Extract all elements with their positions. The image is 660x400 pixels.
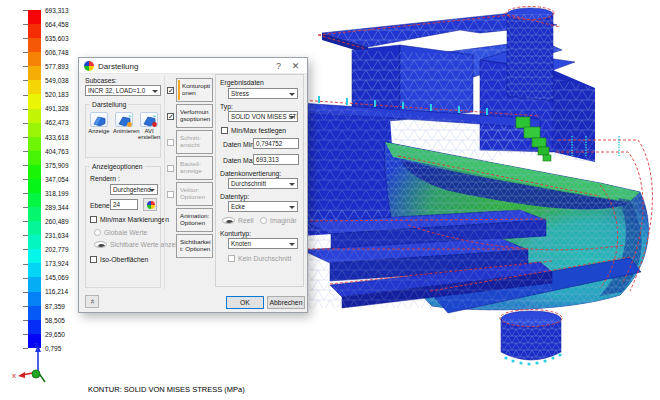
legend-tick <box>23 52 28 53</box>
iso-surfaces-row[interactable]: Iso-Oberflächen <box>90 256 148 263</box>
minmax-set-row[interactable]: Min/Max festlegen <box>221 127 286 134</box>
legend-tick <box>23 264 28 265</box>
options-tab-6[interactable]: Sichtbarkeit: Optionen <box>176 234 213 258</box>
result-data-dropdown[interactable]: Stress <box>228 88 298 99</box>
ok-button[interactable]: OK <box>226 296 264 309</box>
conversion-label: Datenkonvertierung: <box>220 170 281 177</box>
iso-surfaces-checkbox[interactable] <box>90 256 97 263</box>
tab-label: Animation: Optionen <box>180 213 211 227</box>
datatype-dropdown[interactable]: Ecke <box>228 201 298 212</box>
tab-checkbox-4[interactable] <box>167 191 174 198</box>
legend-tick <box>23 320 28 321</box>
options-tab-1[interactable]: Verformungsoptionen <box>176 104 213 128</box>
legend-band <box>28 123 41 137</box>
legend-band <box>28 277 41 291</box>
imaginary-radio[interactable] <box>260 217 267 224</box>
tab-label: Konturoptionen <box>182 83 211 97</box>
legend-value: 635,603 <box>45 35 69 42</box>
minmax-set-checkbox[interactable] <box>221 127 228 134</box>
status-contour: KONTUR: SOLID VON MISES STRESS (MPa) <box>88 384 257 396</box>
real-radio-row: Reell <box>222 217 254 224</box>
options-tab-4[interactable]: Vektor: Optionen <box>176 182 213 206</box>
legend-value: 289,344 <box>45 204 69 211</box>
legend-tick <box>23 109 28 110</box>
tab-checkbox-0[interactable] <box>167 87 174 94</box>
real-radio[interactable] <box>222 217 235 224</box>
global-values-radio[interactable] <box>94 229 101 236</box>
options-tab-2[interactable]: Schnitt-ansicht <box>176 130 213 154</box>
visible-values-radio[interactable] <box>94 241 107 248</box>
global-values-row: Globale Werte <box>94 229 147 236</box>
options-tab-row: Konturoptionen <box>167 78 213 102</box>
type-dropdown[interactable]: SOLID VON MISES STR. <box>228 111 298 122</box>
minmax-markers-row[interactable]: Min/max Markierungen <box>90 216 169 223</box>
tab-checkbox-1[interactable] <box>167 113 174 120</box>
legend-tick <box>23 193 28 194</box>
type-label: Typ: <box>220 103 233 110</box>
options-tab-0[interactable]: Konturoptionen <box>176 78 213 102</box>
help-button[interactable]: ? <box>272 60 285 72</box>
legend-value: 404,763 <box>45 148 69 155</box>
legend-tick <box>23 38 28 39</box>
animate-button[interactable]: Animieren <box>113 112 135 134</box>
contour-type-label: Konturtyp: <box>220 230 251 237</box>
options-tab-5[interactable]: Animation: Optionen <box>176 208 213 232</box>
legend-band <box>28 306 41 320</box>
subcases-dropdown[interactable]: INCR 32, LOAD=1.0 <box>85 85 161 96</box>
legend-value: 693,313 <box>45 7 69 14</box>
display-options-group: Anzeigeoptionen Rendern : Durchgehend Eb… <box>85 166 161 288</box>
tab-checkbox-3[interactable] <box>167 165 174 172</box>
no-average-checkbox[interactable] <box>228 255 235 262</box>
legend-band <box>28 207 41 221</box>
legend-tick <box>23 123 28 124</box>
legend-value: 173,924 <box>45 260 69 267</box>
minmax-markers-checkbox[interactable] <box>90 216 97 223</box>
legend-tick <box>23 207 28 208</box>
render-dropdown[interactable]: Durchgehend <box>110 184 158 195</box>
palette-button[interactable] <box>143 198 157 211</box>
cancel-button[interactable]: Abbrechen <box>267 296 305 309</box>
tab-label: Bauteil-anzeige <box>180 161 211 175</box>
options-group-label: Anzeigeoptionen <box>90 163 145 170</box>
options-tab-column: KonturoptionenVerformungsoptionenSchnitt… <box>167 78 213 258</box>
legend-band <box>28 137 41 151</box>
legend-tick <box>23 235 28 236</box>
legend-value: 577,893 <box>45 63 69 70</box>
legend-color-bar <box>28 10 41 348</box>
legend-band <box>28 165 41 179</box>
datatype-label: Datentyp: <box>220 193 249 200</box>
legend-value: 318,199 <box>45 190 69 197</box>
options-tab-3[interactable]: Bauteil-anzeige <box>176 156 213 180</box>
levels-input[interactable]: 24 <box>110 199 138 210</box>
legend-band <box>28 94 41 108</box>
data-min-field[interactable]: 0,794752 <box>253 138 299 149</box>
avi-button[interactable]: AVI erstellen <box>138 112 160 140</box>
display-button[interactable]: Anzeige <box>88 112 110 134</box>
contour-type-dropdown[interactable]: Knoten <box>228 238 298 249</box>
legend-value: 29,650 <box>45 331 65 338</box>
legend-tick <box>23 292 28 293</box>
animate-part-icon <box>115 112 133 127</box>
legend-tick <box>23 165 28 166</box>
collapse-button[interactable]: « <box>85 295 99 308</box>
legend-value: 347,054 <box>45 176 69 183</box>
dialog-titlebar[interactable]: Darstellung ? ✕ <box>79 58 307 74</box>
legend-tick <box>23 249 28 250</box>
legend-band <box>28 24 41 38</box>
legend-tick <box>23 278 28 279</box>
legend-band <box>28 52 41 66</box>
display-group: Darstellung Anzeige Animieren AVI erstel… <box>85 104 161 158</box>
legend-tick <box>23 10 28 11</box>
data-max-field[interactable]: 693,313 <box>253 154 299 165</box>
dialog-title: Darstellung <box>98 62 138 71</box>
tab-checkbox-2[interactable] <box>167 139 174 146</box>
legend-band <box>28 66 41 80</box>
close-icon[interactable]: ✕ <box>289 60 302 72</box>
conversion-dropdown[interactable]: Durchschnitt <box>228 178 298 189</box>
render-label: Rendern : <box>90 175 120 182</box>
z-axis-label: z <box>34 340 38 349</box>
legend-band <box>28 320 41 334</box>
legend-value: 520,183 <box>45 91 69 98</box>
subcases-value: INCR 32, LOAD=1.0 <box>88 87 145 94</box>
display-part-icon <box>90 112 108 127</box>
